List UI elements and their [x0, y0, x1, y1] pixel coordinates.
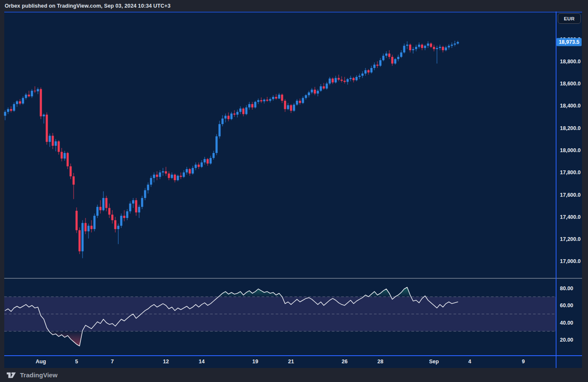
candle-body — [198, 164, 200, 167]
candle-body — [427, 43, 429, 45]
candle-body — [439, 47, 441, 48]
time-tick-label: 12 — [163, 359, 169, 365]
candle-body — [177, 176, 179, 180]
candle-body — [55, 141, 57, 146]
candle-body — [257, 100, 260, 102]
candle-body — [400, 52, 402, 57]
candle-body — [308, 93, 310, 96]
candle-body — [391, 57, 394, 64]
candle-body — [266, 100, 268, 101]
candle-body — [409, 45, 411, 50]
tradingview-brand-text[interactable]: TradingView — [20, 371, 57, 379]
candle-body — [183, 173, 185, 177]
rsi-tick-label: 40.00 — [560, 320, 573, 326]
candle-body — [388, 54, 391, 57]
candle-body — [424, 46, 426, 48]
time-tick-label: 5 — [75, 359, 78, 365]
currency-toggle-button[interactable]: EUR — [558, 13, 581, 24]
candle-body — [445, 48, 447, 51]
candle-body — [111, 215, 114, 220]
candle-body — [16, 101, 18, 104]
candle-body — [129, 204, 131, 211]
candle-body — [108, 208, 111, 215]
candle — [46, 113, 48, 145]
candle-body — [147, 185, 149, 190]
candle-body — [73, 176, 75, 185]
last-price-badge: 18,973.5 — [557, 38, 582, 46]
candle-body — [76, 211, 78, 230]
candle-body — [374, 65, 376, 68]
candle-body — [278, 95, 280, 99]
candle-body — [254, 102, 257, 108]
candle-body — [377, 65, 379, 66]
candle-body — [28, 95, 30, 96]
chart-canvas[interactable]: 19,000.018,800.018,600.018,400.018,200.0… — [0, 0, 588, 382]
candle-body — [216, 136, 218, 153]
candle-body — [180, 176, 182, 177]
tradingview-logo-icon[interactable] — [6, 371, 16, 379]
candle-body — [126, 211, 128, 218]
time-tick-label: 28 — [377, 359, 383, 365]
candle-body — [380, 60, 382, 66]
candle-body — [52, 136, 54, 146]
time-tick-label: 26 — [342, 359, 348, 365]
candle-body — [150, 178, 152, 185]
candle-body — [156, 175, 158, 177]
candle — [40, 88, 42, 119]
candle-body — [353, 78, 355, 80]
candle — [216, 134, 218, 156]
candle-body — [362, 74, 364, 76]
candle-body — [159, 173, 161, 177]
candle-body — [141, 198, 143, 207]
candle-body — [314, 90, 316, 93]
chart-background — [4, 11, 582, 368]
candle-body — [219, 124, 221, 136]
candle-body — [222, 119, 224, 124]
time-tick-label: Sep — [429, 359, 439, 365]
candle-body — [201, 162, 203, 167]
candle-body — [341, 79, 343, 81]
rsi-tick-label: 60.00 — [560, 303, 573, 308]
candle-body — [135, 200, 137, 212]
candle-body — [290, 105, 292, 111]
candle-body — [82, 223, 84, 252]
candle-body — [240, 108, 242, 112]
candle-body — [371, 68, 373, 72]
candle-body — [120, 216, 123, 226]
candle-body — [67, 153, 69, 166]
candle-body — [284, 101, 286, 109]
candle-body — [123, 216, 126, 218]
candle-body — [344, 81, 346, 82]
candle-body — [269, 99, 271, 101]
candle-body — [418, 45, 420, 47]
candle-body — [329, 79, 331, 84]
time-tick-label: 7 — [111, 359, 114, 365]
candle-body — [40, 89, 42, 116]
candle — [94, 214, 96, 232]
candle-body — [97, 207, 99, 216]
time-tick-label: 19 — [252, 359, 258, 365]
candle-body — [37, 89, 39, 91]
candle-body — [305, 95, 307, 98]
candle-wick — [267, 97, 268, 102]
candle-body — [350, 78, 352, 79]
candle-body — [403, 46, 405, 53]
candle-body — [94, 216, 96, 229]
candle-body — [454, 43, 456, 45]
candle-body — [165, 171, 167, 173]
candle-body — [442, 47, 444, 50]
candle-body — [70, 166, 72, 176]
price-tick-label: 17,800.0 — [560, 170, 581, 175]
candle-body — [171, 175, 173, 178]
candle-body — [85, 223, 87, 232]
candle-body — [25, 95, 27, 98]
time-tick-label: 21 — [288, 359, 294, 365]
candle-body — [421, 45, 423, 48]
candle-body — [79, 230, 81, 252]
candle-body — [275, 97, 277, 99]
candle-body — [323, 86, 325, 88]
candle-body — [359, 76, 361, 77]
candle-body — [281, 95, 283, 101]
candle-body — [7, 109, 9, 112]
candle-body — [326, 84, 328, 89]
